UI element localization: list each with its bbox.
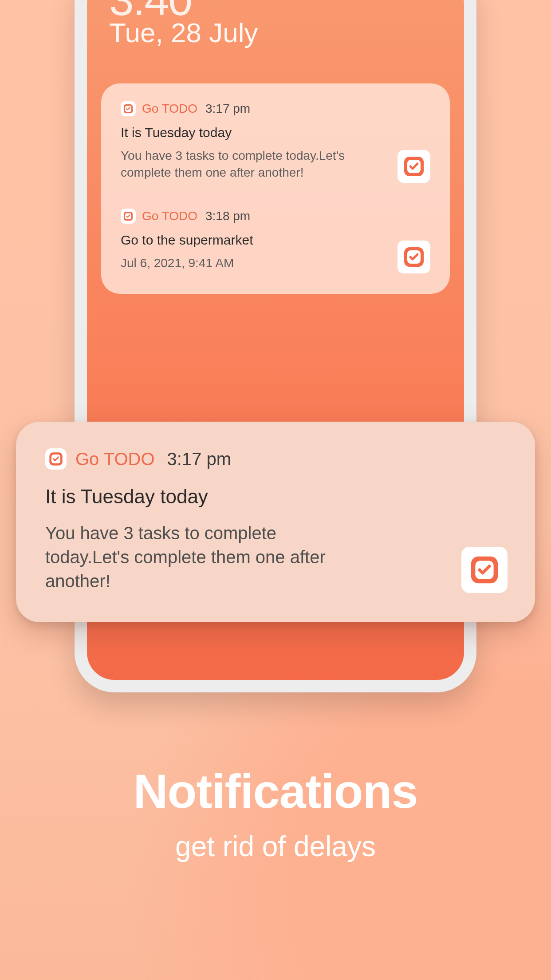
notification-header: Go TODO 3:18 pm [121,209,430,224]
notification-thumb-icon [461,547,508,593]
notification-thumb-icon [398,241,430,273]
notification-body: You have 3 tasks to complete today.Let's… [121,147,351,181]
app-icon [45,448,67,470]
notification-header: Go TODO 3:17 pm [121,101,430,116]
notification-card[interactable]: Go TODO 3:18 pm Go to the supermarket Ju… [121,209,430,272]
notification-body: Jul 6, 2021, 9:41 AM [121,255,351,272]
app-name-label: Go TODO [142,209,197,223]
app-icon [121,101,136,116]
notification-title: Go to the supermarket [121,233,430,248]
notification-header: Go TODO 3:17 pm [45,448,506,470]
notification-title: It is Tuesday today [121,125,430,140]
notification-time: 3:18 pm [205,209,250,223]
notification-card-large[interactable]: Go TODO 3:17 pm It is Tuesday today You … [16,422,535,622]
notification-time: 3:17 pm [205,102,250,116]
notification-thumb-icon [398,150,430,183]
app-icon [121,209,136,224]
notification-group: Go TODO 3:17 pm It is Tuesday today You … [101,83,450,294]
promo-subline: get rid of delays [0,830,551,863]
notification-card[interactable]: Go TODO 3:17 pm It is Tuesday today You … [121,101,430,181]
app-name-label: Go TODO [142,102,197,116]
notification-title: It is Tuesday today [45,486,506,508]
notification-body: You have 3 tasks to complete today.Let's… [45,521,365,593]
app-name-label: Go TODO [75,449,155,469]
promo-headline: Notifications [0,763,551,819]
notification-time: 3:17 pm [167,449,232,469]
lockscreen-date: Tue, 28 July [109,17,258,48]
